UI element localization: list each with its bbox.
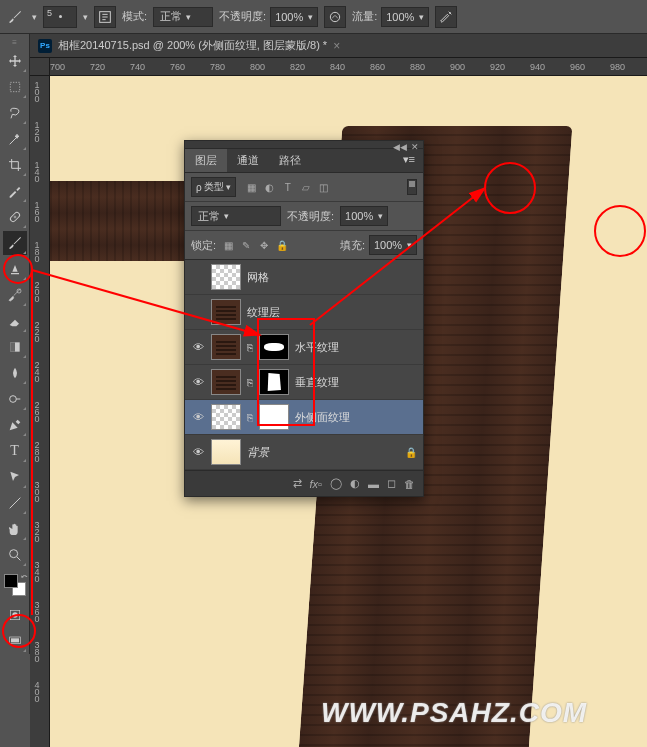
line-tool[interactable]	[3, 491, 27, 515]
filter-type-icon[interactable]: T	[280, 179, 296, 195]
visibility-toggle[interactable]: 👁	[191, 340, 205, 354]
history-brush-tool[interactable]	[3, 283, 27, 307]
pen-tool[interactable]	[3, 413, 27, 437]
healing-brush-tool[interactable]	[3, 205, 27, 229]
dodge-tool[interactable]	[3, 387, 27, 411]
type-tool[interactable]: T	[3, 439, 27, 463]
lock-all-icon[interactable]: 🔒	[274, 237, 290, 253]
panel-collapse-icon[interactable]: ◀◀	[393, 142, 407, 152]
tab-layers[interactable]: 图层	[185, 149, 227, 172]
layer-thumbnail[interactable]	[211, 404, 241, 430]
visibility-toggle[interactable]	[191, 305, 205, 319]
foreground-color[interactable]	[4, 574, 18, 588]
ruler-tick: 980	[610, 62, 625, 72]
document-tab[interactable]: Ps 相框20140715.psd @ 200% (外侧面纹理, 图层蒙版/8)…	[30, 34, 647, 58]
mask-thumbnail[interactable]	[259, 369, 289, 395]
quick-mask-toggle[interactable]	[3, 603, 27, 627]
brush-preview[interactable]: 5	[43, 6, 77, 28]
layer-fx-icon[interactable]: fx▫	[310, 478, 322, 490]
filter-kind-dropdown[interactable]: ρ类型▾	[191, 177, 236, 197]
toolbox-grip[interactable]	[1, 38, 29, 46]
layer-row[interactable]: 纹理层	[185, 295, 423, 330]
zoom-tool[interactable]	[3, 543, 27, 567]
blend-mode-dropdown[interactable]: 正常 ▾	[153, 7, 213, 27]
layer-row[interactable]: 👁⎘水平纹理	[185, 330, 423, 365]
color-swatch[interactable]: ⤺	[2, 572, 28, 598]
lasso-tool[interactable]	[3, 101, 27, 125]
opacity-input[interactable]: 100% ▾	[270, 7, 318, 27]
fill-input[interactable]: 100%▾	[369, 235, 417, 255]
link-layers-icon[interactable]: ⇄	[293, 477, 302, 490]
airbrush-toggle[interactable]	[435, 6, 457, 28]
mask-link-icon[interactable]: ⎘	[247, 412, 253, 423]
panel-close-icon[interactable]: ✕	[411, 142, 419, 152]
eyedropper-tool[interactable]	[3, 179, 27, 203]
visibility-toggle[interactable]: 👁	[191, 375, 205, 389]
mask-thumbnail[interactable]	[259, 404, 289, 430]
ruler-vertical[interactable]: 1001201401601802002202402602803003203403…	[30, 76, 50, 747]
layer-opacity-input[interactable]: 100%▾	[340, 206, 388, 226]
layer-name[interactable]: 水平纹理	[295, 340, 339, 355]
brush-tool[interactable]	[3, 231, 27, 255]
lock-pixels-icon[interactable]: ✎	[238, 237, 254, 253]
swap-colors-icon[interactable]: ⤺	[21, 572, 28, 581]
pressure-opacity-toggle[interactable]	[324, 6, 346, 28]
tab-paths[interactable]: 路径	[269, 149, 311, 172]
crop-tool[interactable]	[3, 153, 27, 177]
visibility-toggle[interactable]	[191, 270, 205, 284]
filter-pixel-icon[interactable]: ▦	[244, 179, 260, 195]
mask-link-icon[interactable]: ⎘	[247, 342, 253, 353]
panel-menu-icon[interactable]: ▾≡	[395, 149, 423, 172]
brush-preset-dropdown-icon[interactable]: ▾	[32, 12, 37, 22]
magic-wand-tool[interactable]	[3, 127, 27, 151]
layer-blend-dropdown[interactable]: 正常▾	[191, 206, 281, 226]
lock-transparency-icon[interactable]: ▦	[220, 237, 236, 253]
add-mask-icon[interactable]: ◯	[330, 477, 342, 490]
adjustment-layer-icon[interactable]: ◐	[350, 477, 360, 490]
layer-thumbnail[interactable]	[211, 439, 241, 465]
layer-thumbnail[interactable]	[211, 334, 241, 360]
brush-tool-icon[interactable]	[4, 6, 26, 28]
brush-settings-dropdown-icon[interactable]: ▾	[83, 12, 88, 22]
tab-channels[interactable]: 通道	[227, 149, 269, 172]
layer-name[interactable]: 背景	[247, 445, 269, 460]
path-selection-tool[interactable]	[3, 465, 27, 489]
layer-name[interactable]: 网格	[247, 270, 269, 285]
flow-input[interactable]: 100% ▾	[381, 7, 429, 27]
layer-thumbnail[interactable]	[211, 369, 241, 395]
layer-name[interactable]: 纹理层	[247, 305, 280, 320]
layer-row[interactable]: 网格	[185, 260, 423, 295]
visibility-toggle[interactable]: 👁	[191, 410, 205, 424]
clone-stamp-tool[interactable]	[3, 257, 27, 281]
filter-toggle-switch[interactable]	[407, 179, 417, 195]
blur-tool[interactable]	[3, 361, 27, 385]
eraser-tool[interactable]	[3, 309, 27, 333]
delete-layer-icon[interactable]: 🗑	[404, 478, 415, 490]
mask-thumbnail[interactable]	[259, 334, 289, 360]
visibility-toggle[interactable]: 👁	[191, 445, 205, 459]
marquee-tool[interactable]	[3, 75, 27, 99]
filter-shape-icon[interactable]: ▱	[298, 179, 314, 195]
layer-name[interactable]: 外侧面纹理	[295, 410, 350, 425]
layer-row[interactable]: 👁背景🔒	[185, 435, 423, 470]
layer-row[interactable]: 👁⎘外侧面纹理	[185, 400, 423, 435]
new-group-icon[interactable]: ▬	[368, 478, 379, 490]
filter-adjustment-icon[interactable]: ◐	[262, 179, 278, 195]
layer-row[interactable]: 👁⎘垂直纹理	[185, 365, 423, 400]
layer-thumbnail[interactable]	[211, 264, 241, 290]
ruler-horizontal[interactable]: 7007207407607808008208408608809009209409…	[50, 58, 647, 76]
layer-name[interactable]: 垂直纹理	[295, 375, 339, 390]
filter-smart-icon[interactable]: ◫	[316, 179, 332, 195]
move-tool[interactable]	[3, 49, 27, 73]
hand-tool[interactable]	[3, 517, 27, 541]
panel-grip[interactable]: ◀◀✕	[185, 141, 423, 149]
lock-position-icon[interactable]: ✥	[256, 237, 272, 253]
ruler-origin[interactable]	[30, 58, 50, 76]
layer-thumbnail[interactable]	[211, 299, 241, 325]
brush-panel-toggle[interactable]	[94, 6, 116, 28]
mask-link-icon[interactable]: ⎘	[247, 377, 253, 388]
tab-close-icon[interactable]: ×	[333, 39, 340, 53]
gradient-tool[interactable]	[3, 335, 27, 359]
new-layer-icon[interactable]: ◻	[387, 477, 396, 490]
screen-mode-toggle[interactable]	[3, 629, 27, 653]
